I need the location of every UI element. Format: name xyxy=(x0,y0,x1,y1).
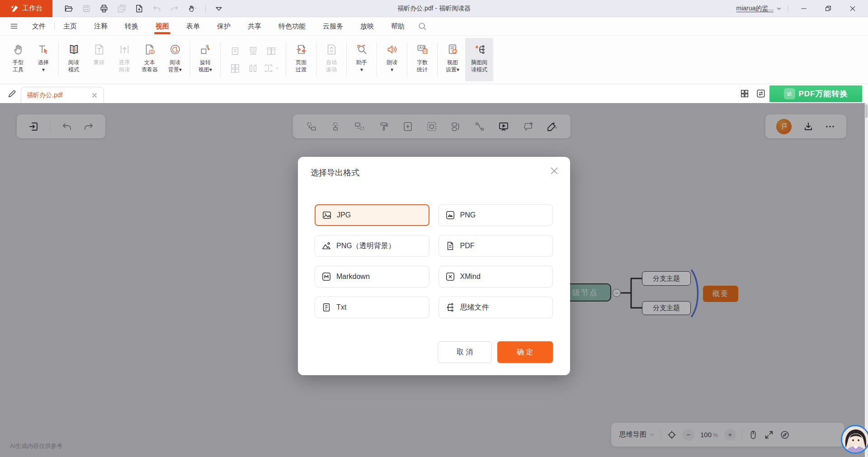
collapse-toolbar-icon[interactable] xyxy=(214,4,223,13)
close-tab-icon[interactable] xyxy=(91,92,98,99)
export-format-dialog: 选择导出格式 JPG PNG PNG（透明背景） PDF xyxy=(298,157,570,375)
hand-icon xyxy=(12,43,24,56)
ribbon-page-transition[interactable]: 页面过渡 xyxy=(288,38,314,81)
quick-access-toolbar xyxy=(64,4,223,13)
active-menu-underline xyxy=(154,32,170,34)
close-dialog-icon[interactable] xyxy=(549,166,559,176)
account-menu[interactable]: miarua的监... xyxy=(736,5,782,13)
menu-help[interactable]: 帮助 xyxy=(382,17,413,36)
workspace-button[interactable]: 工作台 xyxy=(0,0,52,17)
single-page-icon xyxy=(230,46,240,56)
option-xmind[interactable]: XMind xyxy=(439,266,553,287)
menu-bar: 文件 主页 注释 转换 视图 表单 保护 共享 特色功能 云服务 放映 帮助 xyxy=(0,17,868,36)
word-count-icon xyxy=(416,43,429,56)
mind-file-icon xyxy=(445,302,455,312)
ribbon-read-mode[interactable]: 阅读模式 xyxy=(61,38,86,81)
open-file-icon[interactable] xyxy=(64,4,73,13)
option-txt[interactable]: Txt xyxy=(315,297,429,318)
rotate-view-icon xyxy=(199,43,212,56)
minimize-button[interactable] xyxy=(795,0,813,17)
title-bar: 工作台 福昕办公.pdf - 福昕阅读器 miarua的监... xyxy=(0,0,868,17)
page-transition-icon xyxy=(295,43,307,56)
transparent-png-icon xyxy=(321,241,331,251)
dialog-title: 选择导出格式 xyxy=(311,167,359,178)
menu-share[interactable]: 共享 xyxy=(239,17,270,36)
export-options-grid: JPG PNG PNG（透明背景） PDF Markdown xyxy=(315,204,553,318)
option-jpg[interactable]: JPG xyxy=(315,204,429,226)
ribbon-assistant[interactable]: 助手▾ xyxy=(349,38,374,81)
new-page-icon[interactable] xyxy=(135,4,144,13)
ribbon-view-settings[interactable]: 视图设置▾ xyxy=(440,38,465,81)
hand-tool-icon[interactable] xyxy=(188,4,197,13)
menu-view[interactable]: 视图 xyxy=(147,17,178,36)
facing-pages-icon xyxy=(266,46,276,56)
redo-icon xyxy=(170,4,179,13)
ribbon-reverse-read: 逆序阅读 xyxy=(112,38,137,81)
confirm-button[interactable]: 确 定 xyxy=(497,341,553,363)
ribbon-divider xyxy=(190,42,190,77)
cancel-button[interactable]: 取 消 xyxy=(438,341,492,363)
ribbon-mindmap-read-mode[interactable]: 脑图阅读模式 xyxy=(465,38,493,81)
split-view-icon xyxy=(264,63,274,73)
close-window-button[interactable] xyxy=(844,0,862,17)
separate-cover-icon xyxy=(248,63,258,73)
assistant-icon xyxy=(356,43,368,56)
app-window: 工作台 福昕办公.pdf - 福昕阅读器 miarua的监... xyxy=(0,0,868,457)
page-layout-group xyxy=(228,46,278,74)
tab-grid-view-icon[interactable] xyxy=(740,89,750,99)
caret-down-icon xyxy=(275,66,279,71)
option-png[interactable]: PNG xyxy=(439,204,553,226)
mindmap-mode-icon xyxy=(473,43,486,56)
print-icon[interactable] xyxy=(99,4,108,13)
menu-features[interactable]: 特色功能 xyxy=(270,17,314,36)
ribbon-rotate-view[interactable]: 旋转视图▾ xyxy=(193,38,218,81)
option-png-transparent[interactable]: PNG（透明背景） xyxy=(315,235,429,257)
pdf-convert-button[interactable]: PDF万能转换 xyxy=(769,85,862,102)
assistant-avatar[interactable] xyxy=(841,425,868,454)
option-mind-file[interactable]: 思绪文件 xyxy=(439,297,553,318)
workspace-label: 工作台 xyxy=(22,4,42,13)
window-title: 福昕办公.pdf - 福昕阅读器 xyxy=(397,5,471,13)
ribbon-word-count[interactable]: 字数统计 xyxy=(410,38,435,81)
option-pdf[interactable]: PDF xyxy=(439,235,553,257)
restore-button[interactable] xyxy=(819,0,837,17)
menu-cloud[interactable]: 云服务 xyxy=(314,17,352,36)
ribbon-divider xyxy=(437,42,438,77)
titlebar-divider xyxy=(788,5,788,12)
dialog-footer: 取 消 确 定 xyxy=(438,341,553,363)
ribbon-divider xyxy=(407,42,407,77)
convert-swap-icon xyxy=(784,88,795,99)
tab-swap-icon[interactable] xyxy=(756,89,766,99)
vertical-scrollbar[interactable] xyxy=(865,103,868,457)
txt-document-icon xyxy=(321,302,331,312)
search-icon[interactable] xyxy=(418,22,427,31)
ribbon-divider xyxy=(220,42,221,77)
hamburger-icon[interactable] xyxy=(10,23,18,29)
facing-continuous-icon xyxy=(230,63,240,73)
mindmap-canvas: 级节点 − 分支主题 分支主题 概要 xyxy=(0,103,868,457)
annotate-pencil-icon[interactable] xyxy=(7,89,17,99)
ribbon-text-viewer[interactable]: 文本查看器 xyxy=(137,38,162,81)
option-markdown[interactable]: Markdown xyxy=(315,266,429,287)
menu-comment[interactable]: 注释 xyxy=(85,17,116,36)
ribbon-read-background[interactable]: 阅读背景▾ xyxy=(162,38,188,81)
jpg-image-icon xyxy=(322,210,332,220)
speaker-icon xyxy=(386,43,398,56)
ribbon-hand-tool[interactable]: 手型工具 xyxy=(5,38,31,81)
account-name: miarua的监... xyxy=(736,5,774,13)
menu-present[interactable]: 放映 xyxy=(352,17,382,36)
scrollbar-thumb[interactable] xyxy=(865,104,868,118)
ribbon: 手型工具 选择▾ 阅读模式 重排 逆序阅读 文本查看器 阅读背景▾ xyxy=(0,36,868,84)
menu-protect[interactable]: 保护 xyxy=(208,17,239,36)
tab-bar: 福昕办公.pdf PDF万能转换 xyxy=(0,84,868,103)
ribbon-select[interactable]: 选择▾ xyxy=(31,38,56,81)
menu-home[interactable]: 主页 xyxy=(55,17,85,36)
document-tab-label: 福昕办公.pdf xyxy=(27,91,91,99)
document-tab[interactable]: 福昕办公.pdf xyxy=(21,87,104,103)
ribbon-read-aloud[interactable]: 朗读▾ xyxy=(379,38,405,81)
menu-file[interactable]: 文件 xyxy=(24,17,54,36)
menu-convert[interactable]: 转换 xyxy=(116,17,147,36)
menu-form[interactable]: 表单 xyxy=(178,17,208,36)
read-background-icon xyxy=(169,43,181,56)
titlebar-divider xyxy=(205,5,206,12)
